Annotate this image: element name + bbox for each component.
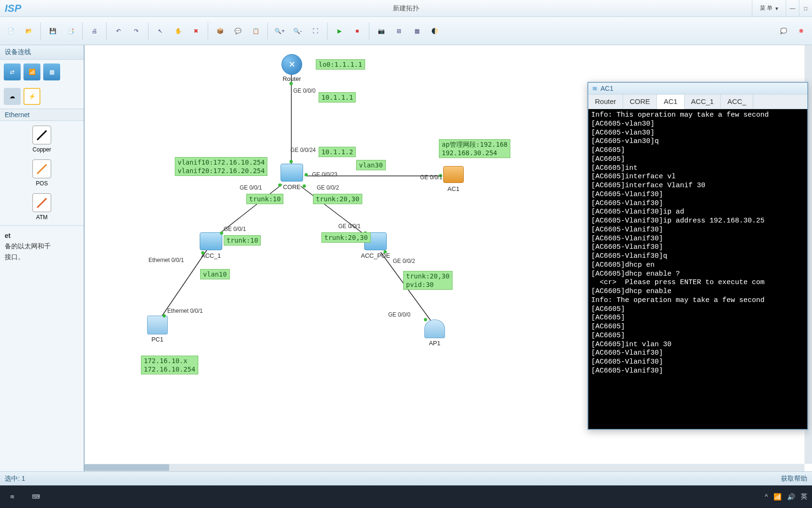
terminal-icon: ≋ [592, 85, 598, 92]
description-box: et 备的以太网和千 接口。 [0, 225, 84, 267]
label-button[interactable]: 💬 [230, 23, 246, 39]
node-ac1[interactable]: AC1 [442, 165, 465, 192]
tag-ap-mgmt[interactable]: ap管理网段:192.168 192.168.30.254 [439, 139, 510, 158]
ac-icon [443, 166, 464, 183]
switch-icon [281, 164, 303, 182]
status-help[interactable]: 获取帮助 [781, 475, 807, 483]
tab-accpoe[interactable]: ACC_ [721, 95, 753, 109]
statusbar: 选中: 1 获取帮助 [0, 471, 812, 485]
port-label: GE 0/0/23 [312, 171, 337, 178]
cable-item-copper[interactable]: Copper [5, 126, 79, 153]
undo-button[interactable]: ↶ [110, 23, 126, 39]
new-button[interactable]: 📄 [3, 23, 19, 39]
port-label: Ethernet 0/0/1 [148, 257, 184, 263]
device-palette-cloud-icon[interactable]: ☁ [4, 88, 21, 105]
maximize-button[interactable]: □ [799, 0, 812, 16]
tag-vlan10[interactable]: vlan10 [200, 269, 230, 279]
save-button[interactable]: 💾 [45, 23, 61, 39]
node-label: AC1 [447, 185, 459, 192]
saveas-button[interactable]: 📑 [62, 23, 78, 39]
minimize-button[interactable]: — [786, 0, 799, 16]
tray-ime[interactable]: 英 [801, 492, 807, 501]
port-status-dot [289, 82, 293, 85]
zoomout-button[interactable]: 🔍- [289, 23, 305, 39]
terminal-window[interactable]: ≋ AC1 Router CORE AC1 ACC_1 ACC_ Info: T… [587, 82, 808, 430]
tab-acc1[interactable]: ACC_1 [685, 95, 721, 109]
menu-button[interactable]: 菜 单▾ [752, 0, 786, 16]
app-logo: ISP [0, 2, 26, 15]
node-label: AP1 [429, 340, 441, 347]
tag-r-ip[interactable]: 10.1.1.1 [319, 92, 356, 103]
select-button[interactable]: ↖ [152, 23, 168, 39]
tag-trunk2030a[interactable]: trunk:20,30 [313, 194, 362, 204]
tray-up-icon[interactable]: ^ [765, 493, 768, 500]
cable-label: ATM [36, 214, 47, 221]
pan-button[interactable]: ✋ [170, 23, 186, 39]
tag-vlan30[interactable]: vlan30 [356, 160, 386, 170]
package-button[interactable]: 📦 [212, 23, 228, 39]
port-label: GE 0/0/1 [338, 223, 360, 230]
port-status-dot [289, 160, 293, 163]
print-button[interactable]: 🖨 [86, 23, 102, 39]
device-palette-server-icon[interactable]: ▦ [43, 64, 60, 80]
zoomin-button[interactable]: 🔍+ [272, 23, 288, 39]
tab-router[interactable]: Router [588, 95, 623, 109]
port-status-dot [304, 173, 308, 176]
node-core[interactable]: CORE [280, 163, 304, 190]
tray-wifi-icon[interactable]: 📶 [773, 493, 781, 500]
theme-button[interactable]: 🌓 [427, 23, 443, 39]
taskbar-app-other[interactable]: ⌨ [28, 489, 43, 504]
tag-core-up[interactable]: 10.1.1.2 [319, 147, 356, 157]
cable-label: Copper [32, 146, 51, 153]
cable-item-pos[interactable]: POS [5, 159, 79, 187]
device-palette-ap-icon[interactable]: 📶 [23, 64, 40, 80]
router-icon [281, 54, 302, 75]
redo-button[interactable]: ↷ [128, 23, 144, 39]
node-ap1[interactable]: AP1 [423, 319, 446, 347]
port-label: GE 0/0/1 [420, 174, 442, 181]
layout-button[interactable]: ⊞ [391, 23, 407, 39]
tag-trunk10a[interactable]: trunk:10 [246, 194, 283, 204]
delete-button[interactable]: ✖ [188, 23, 204, 39]
port-status-dot [383, 250, 387, 254]
device-palette-router-icon[interactable]: ⇄ [4, 64, 21, 80]
node-acc1[interactable]: ACC_1 [199, 231, 223, 259]
cable-item-atm[interactable]: ATM [5, 193, 79, 221]
node-router[interactable]: Router [280, 55, 304, 82]
tag-trunk10b[interactable]: trunk:10 [224, 235, 261, 246]
capture-button[interactable]: 📷 [373, 23, 389, 39]
tray-volume-icon[interactable]: 🔊 [787, 493, 795, 500]
tab-ac1[interactable]: AC1 [657, 95, 684, 109]
open-button[interactable]: 📂 [21, 23, 37, 39]
titlebar: ISP 新建拓扑 菜 单▾ — □ [0, 0, 812, 17]
huawei-logo[interactable]: ❋ [793, 23, 809, 39]
tag-trunkpvid[interactable]: trunk:20,30 pvid:30 [403, 271, 453, 290]
tag-lo0[interactable]: lo0:1.1.1.1 [316, 59, 365, 70]
os-taskbar: ≋ ⌨ ^ 📶 🔊 英 [0, 485, 812, 508]
note-button[interactable]: 📋 [248, 23, 264, 39]
terminal-title[interactable]: ≋ AC1 [588, 83, 807, 94]
grid-button[interactable]: ▦ [409, 23, 425, 39]
desc-title: et [5, 230, 79, 241]
port-label: GE 0/0/0 [388, 311, 410, 318]
tab-core[interactable]: CORE [623, 95, 657, 109]
stop-button[interactable]: ■ [349, 23, 365, 39]
port-label: GE 0/0/1 [224, 226, 246, 232]
fit-button[interactable]: ⛶ [307, 23, 323, 39]
port-label: GE 0/0/2 [393, 258, 415, 264]
tag-pc1ip[interactable]: 172.16.10.x 172.16.10.254 [141, 356, 198, 374]
comment-button[interactable]: 💭 [775, 23, 791, 39]
terminal-output[interactable]: Info: This operation may take a few seco… [588, 109, 807, 429]
canvas-h-scrollbar[interactable] [85, 464, 804, 471]
tag-vlanif[interactable]: vlanif10:172.16.10.254 vlanif20:172.16.2… [175, 157, 267, 176]
node-pc1[interactable]: PC1 [146, 315, 169, 343]
device-palette-hub-icon[interactable]: ⚡ [23, 88, 40, 105]
port-label: GE 0/0/2 [317, 184, 339, 191]
taskbar-app-ensp[interactable]: ≋ [5, 489, 20, 504]
cable-list: Copper POS ATM [0, 121, 84, 225]
terminal-tabs: Router CORE AC1 ACC_1 ACC_ [588, 94, 807, 109]
node-label: PC1 [151, 336, 163, 343]
run-button[interactable]: ▶ [331, 23, 347, 39]
tag-trunk2030b[interactable]: trunk:20,30 [321, 232, 371, 243]
port-label: GE 0/0/0 [293, 87, 315, 94]
